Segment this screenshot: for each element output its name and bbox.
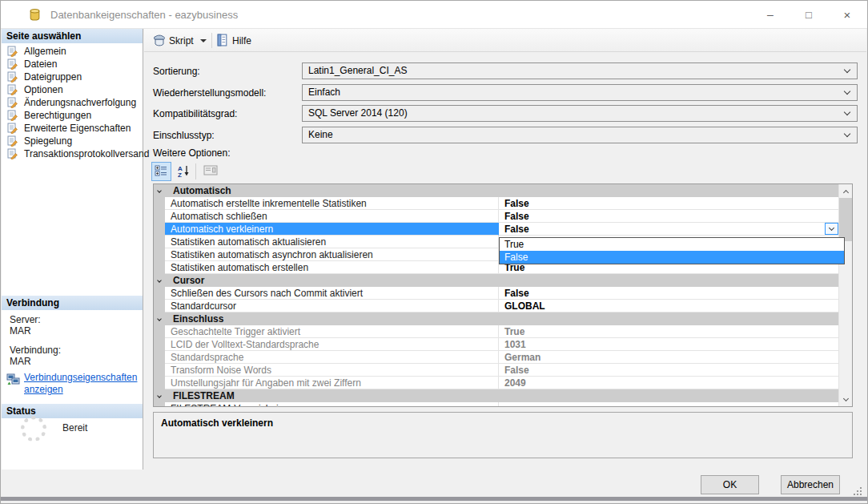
category-einschluss[interactable]: Einschluss — [154, 312, 838, 325]
kompatibilitaetsgrad-combobox[interactable]: SQL Server 2014 (120) — [302, 105, 858, 122]
sidebar-item-spiegelung[interactable]: Spiegelung — [2, 135, 143, 147]
view-connection-properties[interactable]: Verbindungseigenschaften anzeigen — [6, 372, 139, 396]
table-row[interactable]: FILESTREAM-Verzeichnisname — [154, 402, 838, 407]
svg-text:Z: Z — [178, 171, 182, 177]
sidebar-item-optionen[interactable]: Optionen — [2, 83, 143, 96]
script-dropdown-arrow-icon[interactable] — [200, 39, 207, 42]
collapse-chevron-icon[interactable] — [157, 278, 162, 283]
table-row[interactable]: Schließen des Cursors nach Commit aktivi… — [154, 287, 838, 300]
help-button[interactable]: Hilfe — [232, 35, 251, 46]
sortierung-value: Latin1_General_CI_AS — [308, 65, 407, 76]
maximize-button[interactable]: □ — [790, 1, 827, 28]
connection-value: MAR — [10, 356, 139, 367]
chevron-down-icon — [844, 67, 850, 73]
sidebar-item-label: Transaktionsprotokollversand — [24, 148, 149, 159]
sidebar-item-label: Optionen — [24, 84, 63, 95]
sidebar-item-label: Allgemein — [24, 46, 66, 57]
server-value: MAR — [10, 325, 139, 337]
select-page-header: Seite auswählen — [2, 29, 143, 43]
value-dropdown-button[interactable] — [825, 223, 838, 235]
collapse-chevron-icon[interactable] — [157, 317, 162, 321]
server-label: Server: — [10, 314, 139, 325]
table-row: LCID der Volltext-Standardsprache 1031 — [154, 338, 838, 351]
alphabetical-sort-button[interactable]: A Z — [174, 162, 192, 181]
sidebar-item-erweiterte-eigenschaften[interactable]: Erweiterte Eigenschaften — [2, 122, 143, 135]
page-icon — [7, 135, 19, 147]
cancel-button[interactable]: Abbrechen — [781, 475, 840, 494]
dropdown-option-false[interactable]: False — [500, 251, 844, 264]
page-icon — [7, 110, 19, 121]
window-title: Datenbankeigenschaften - eazybusiness — [50, 9, 238, 21]
chevron-down-icon — [842, 396, 848, 401]
sidebar-item-allgemein[interactable]: Allgemein — [2, 45, 143, 58]
collapse-chevron-icon[interactable] — [157, 393, 162, 398]
dialog-toolbar: Skript Hilfe — [144, 29, 866, 52]
close-button[interactable]: × — [829, 1, 866, 28]
einschlusstyp-combobox[interactable]: Keine — [302, 127, 858, 143]
sidebar-item-dateigruppen[interactable]: Dateigruppen — [2, 71, 143, 83]
status-text: Bereit — [62, 422, 87, 433]
more-options-label: Weitere Optionen: — [153, 147, 231, 159]
table-row[interactable]: Automatisch schließen False — [154, 210, 838, 223]
toolbar-separator — [211, 33, 212, 48]
property-pages-button[interactable] — [200, 162, 222, 181]
wiederherstellungsmodell-combobox[interactable]: Einfach — [302, 84, 858, 101]
sidebar-item-label: Berechtigungen — [24, 110, 91, 121]
connection-properties-link[interactable]: Verbindungseigenschaften anzeigen — [24, 372, 139, 396]
help-icon — [216, 34, 229, 49]
scroll-down-button[interactable] — [839, 393, 852, 406]
status-block: Bereit — [21, 416, 87, 442]
page-icon — [7, 46, 19, 57]
ok-button[interactable]: OK — [701, 475, 759, 494]
sidebar-item-transaktionsprotokollversand[interactable]: Transaktionsprotokollversand — [2, 147, 143, 160]
sidebar-item-aenderungsnachverfolgung[interactable]: Änderungsnachverfolgung — [2, 96, 143, 109]
kompatibilitaetsgrad-label: Kompatibilitätsgrad: — [153, 108, 237, 119]
options-property-grid: Automatisch Automatisch erstellte inkrem… — [153, 183, 853, 407]
page-icon — [7, 71, 19, 83]
einschlusstyp-label: Einschlusstyp: — [153, 130, 215, 141]
chevron-down-icon — [844, 109, 850, 115]
connection-info: Server: MAR Verbindung: MAR — [10, 314, 139, 367]
page-icon — [7, 58, 19, 70]
script-icon — [151, 34, 167, 50]
categorized-icon — [155, 164, 168, 179]
script-button[interactable]: Skript — [169, 35, 194, 46]
property-description-title: Automatisch verkleinern — [154, 413, 852, 429]
page-icon — [7, 84, 19, 95]
scroll-up-button[interactable] — [839, 184, 852, 198]
category-filestream[interactable]: FILESTREAM — [154, 389, 838, 402]
wiederherstellungsmodell-label: Wiederherstellungsmodell: — [153, 87, 266, 99]
mini-toolbar-separator — [195, 163, 196, 179]
page-icon — [7, 123, 19, 134]
window-bottom-border — [1, 497, 867, 501]
connection-header: Verbindung — [2, 296, 143, 310]
sortierung-label: Sortierung: — [153, 66, 200, 77]
resize-grip[interactable] — [854, 487, 862, 495]
grid-rows: Automatisch Automatisch erstellte inkrem… — [154, 184, 838, 407]
scrollbar-thumb[interactable] — [839, 198, 852, 241]
category-automatisch[interactable]: Automatisch — [154, 184, 838, 197]
sidebar-item-label: Erweiterte Eigenschaften — [24, 123, 131, 134]
property-description-panel: Automatisch verkleinern — [153, 412, 853, 458]
table-row[interactable]: Standardcursor GLOBAL — [154, 300, 838, 312]
property-pages-icon — [203, 164, 219, 179]
database-icon — [28, 8, 42, 24]
dropdown-option-true[interactable]: True — [500, 238, 844, 251]
table-row-selected[interactable]: Automatisch verkleinern False — [154, 223, 838, 236]
category-cursor[interactable]: Cursor — [154, 274, 838, 287]
grid-scrollbar[interactable] — [838, 184, 852, 406]
sidebar-item-label: Spiegelung — [24, 135, 72, 147]
collapse-chevron-icon[interactable] — [157, 188, 162, 193]
sortierung-combobox[interactable]: Latin1_General_CI_AS — [302, 62, 858, 79]
sidebar-item-berechtigungen[interactable]: Berechtigungen — [2, 109, 143, 122]
chevron-down-icon — [844, 88, 850, 95]
table-row[interactable]: Automatisch erstellte inkrementelle Stat… — [154, 197, 838, 210]
sidebar-item-label: Änderungsnachverfolgung — [24, 97, 136, 108]
connection-properties-icon — [6, 373, 21, 396]
categorized-view-button[interactable] — [151, 162, 171, 181]
chevron-down-icon — [844, 131, 850, 137]
sidebar-item-dateien[interactable]: Dateien — [2, 58, 143, 71]
sidebar-item-label: Dateigruppen — [24, 71, 82, 83]
minimize-button[interactable]: – — [752, 1, 789, 28]
chevron-down-icon — [829, 225, 834, 231]
